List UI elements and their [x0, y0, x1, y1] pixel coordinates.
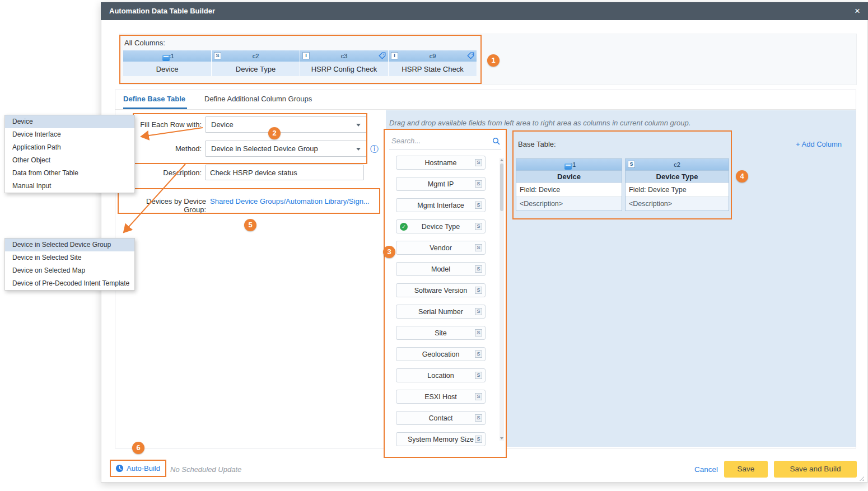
field-item-contact[interactable]: Contact S	[396, 411, 486, 425]
field-label: Device Type	[422, 223, 460, 231]
fill-each-row-value: Device	[211, 120, 234, 129]
save-button[interactable]: Save	[724, 461, 768, 478]
intent-type-icon: I	[302, 52, 310, 59]
description-input[interactable]	[205, 165, 364, 180]
field-item-mgmt-interface[interactable]: Mgmt Interface S	[396, 198, 486, 212]
row-type-dropdown-menu: Device Device Interface Application Path…	[4, 115, 135, 193]
menu-item-manual-input[interactable]: Manual Input	[5, 180, 134, 193]
column-id: c2	[253, 53, 259, 59]
column-name-cell[interactable]: HSRP Config Check	[300, 62, 389, 76]
method-label: Method:	[134, 144, 202, 153]
menu-item-device[interactable]: Device	[5, 115, 134, 128]
column-header-c2[interactable]: S c2	[212, 50, 300, 62]
device-icon	[564, 163, 572, 170]
menu-item-device-in-selected-device-group[interactable]: Device in Selected Device Group	[5, 239, 134, 251]
device-icon	[162, 55, 170, 61]
field-label: Location	[427, 372, 454, 380]
dialog-title: Automation Data Table Builder	[109, 7, 215, 15]
field-item-device-type[interactable]: ✓ Device Type S	[396, 219, 486, 233]
scroll-up-icon[interactable]	[500, 159, 503, 161]
tab-define-additional-column-groups[interactable]: Define Additional Column Groups	[204, 95, 312, 103]
column-name: Device Type	[626, 170, 729, 183]
field-item-software-version[interactable]: Software Version S	[396, 283, 486, 297]
string-type-icon: S	[475, 393, 482, 400]
field-item-geolocation[interactable]: Geolocation S	[396, 347, 486, 361]
field-item-model[interactable]: Model S	[396, 262, 486, 276]
field-item-serial-number[interactable]: Serial Number S	[396, 305, 486, 319]
field-label: Mgmt IP	[428, 180, 454, 188]
field-item-system-memory-size[interactable]: System Memory Size S	[396, 432, 486, 446]
tag-icon	[379, 52, 386, 60]
column-id: c3	[341, 53, 348, 59]
close-icon[interactable]: ×	[855, 2, 860, 20]
column-field: Field: Device	[516, 183, 622, 197]
base-table-column-device-type[interactable]: S c2 Device Type Field: Device Type <Des…	[625, 158, 729, 211]
column-id: c2	[674, 161, 680, 168]
fill-each-row-select[interactable]: Device	[205, 116, 367, 133]
field-label: System Memory Size	[408, 436, 474, 443]
menu-item-device-on-selected-map[interactable]: Device on Selected Map	[5, 264, 134, 277]
column-header-c3[interactable]: I c3	[300, 50, 389, 62]
annotation-badge-2: 2	[268, 127, 281, 139]
save-and-build-button[interactable]: Save and Build	[774, 461, 857, 478]
auto-build-label: Auto-Build	[127, 464, 160, 473]
method-select[interactable]: Device in Selected Device Group	[205, 141, 367, 157]
menu-item-device-interface[interactable]: Device Interface	[5, 128, 134, 141]
fill-each-row-label: Fill Each Row with:	[134, 120, 202, 129]
method-dropdown-menu: Device in Selected Device Group Device i…	[4, 238, 135, 291]
method-value: Device in Selected Device Group	[211, 144, 318, 153]
all-columns-label: All Columns:	[124, 39, 165, 47]
field-label: Model	[431, 265, 450, 273]
column-name-cell[interactable]: Device	[123, 62, 212, 76]
field-item-site[interactable]: Site S	[396, 326, 486, 340]
string-type-icon: S	[214, 52, 221, 59]
annotation-badge-5: 5	[244, 219, 256, 231]
info-icon[interactable]: ⓘ	[370, 144, 379, 155]
field-label: Vendor	[430, 244, 452, 252]
column-id-row: S c2	[626, 159, 729, 170]
base-table-label: Base Table:	[518, 140, 556, 148]
tab-define-base-table[interactable]: Define Base Table	[123, 95, 185, 103]
cancel-button[interactable]: Cancel	[694, 465, 718, 474]
annotation-badge-1: 1	[487, 54, 500, 67]
menu-item-device-in-selected-site[interactable]: Device in Selected Site	[5, 251, 134, 264]
field-item-vendor[interactable]: Vendor S	[396, 241, 486, 255]
string-type-icon: S	[475, 414, 482, 422]
column-header-c9[interactable]: I c9	[389, 50, 477, 62]
menu-item-device-of-pre-decoded-intent-template[interactable]: Device of Pre-Decoded Intent Template	[5, 277, 134, 290]
schedule-status: No Scheduled Update	[170, 465, 241, 474]
string-type-icon: S	[475, 308, 482, 315]
field-item-esxi-host[interactable]: ESXI Host S	[396, 390, 486, 404]
base-table-column-device[interactable]: c1 Device Field: Device <Description>	[516, 158, 622, 211]
scrollbar-thumb[interactable]	[500, 163, 503, 211]
column-description[interactable]: <Description>	[516, 197, 622, 211]
string-type-icon: S	[628, 161, 635, 168]
annotation-badge-6: 6	[132, 442, 144, 454]
search-icon[interactable]	[492, 137, 500, 147]
fields-list: Hostname S Mgmt IP S Mgmt Interface S ✓ …	[390, 156, 491, 446]
scroll-down-icon[interactable]	[500, 437, 503, 439]
menu-item-data-from-other-table[interactable]: Data from Other Table	[5, 167, 134, 180]
field-label: Mgmt Interface	[417, 202, 464, 209]
field-item-hostname[interactable]: Hostname S	[396, 156, 486, 170]
add-column-button[interactable]: + Add Column	[796, 140, 842, 148]
menu-item-other-object[interactable]: Other Object	[5, 154, 134, 167]
string-type-icon: S	[475, 180, 482, 188]
column-name-cell[interactable]: Device Type	[212, 62, 300, 76]
menu-item-application-path[interactable]: Application Path	[5, 141, 134, 154]
all-columns-table: c1 S c2 I c3 I c9 Device	[123, 50, 477, 76]
column-header-c1[interactable]: c1	[123, 50, 212, 62]
all-columns-name-row: Device Device Type HSRP Config Check HSR…	[123, 62, 477, 76]
field-item-location[interactable]: Location S	[396, 368, 486, 382]
field-label: Site	[435, 329, 447, 337]
fields-scrollbar[interactable]	[500, 158, 504, 441]
device-group-link[interactable]: Shared Device Groups/Automation Library/…	[210, 197, 370, 205]
search-input[interactable]	[389, 133, 483, 148]
auto-build-button[interactable]: Auto-Build	[110, 460, 166, 477]
field-label: ESXI Host	[424, 393, 457, 401]
column-description[interactable]: <Description>	[626, 197, 729, 211]
string-type-icon: S	[475, 372, 482, 379]
field-item-mgmt-ip[interactable]: Mgmt IP S	[396, 177, 486, 191]
tag-icon	[467, 52, 474, 60]
column-name-cell[interactable]: HSRP State Check	[389, 62, 477, 76]
